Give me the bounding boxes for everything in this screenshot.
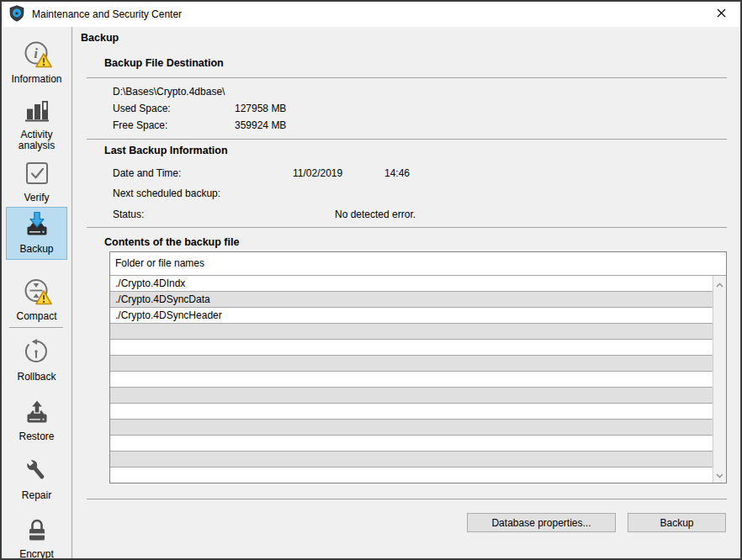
sidebar-item-label: Backup xyxy=(7,242,66,255)
page-title: Backup xyxy=(81,32,119,44)
sidebar-item-label: Encrypt xyxy=(7,547,66,560)
destination-heading: Backup File Destination xyxy=(104,57,224,69)
sidebar-item-encrypt[interactable]: Encrypt xyxy=(6,512,67,560)
divider xyxy=(87,139,727,140)
destination-path: D:\Bases\Crypto.4dbase\ xyxy=(113,86,225,98)
compact-warning-icon xyxy=(7,277,66,309)
contents-heading: Contents of the backup file xyxy=(104,236,239,248)
wrench-icon xyxy=(7,457,66,489)
info-warning-icon: i xyxy=(7,40,66,72)
restore-drive-icon xyxy=(7,398,66,430)
empty-row[interactable] xyxy=(110,420,713,436)
sidebar-item-compact[interactable]: Compact xyxy=(6,274,67,327)
chevron-up-icon xyxy=(716,278,723,290)
sidebar-item-restore[interactable]: Restore xyxy=(6,394,67,447)
empty-row[interactable] xyxy=(110,356,713,372)
vertical-scrollbar[interactable] xyxy=(713,276,726,483)
sidebar-item-label: Verify xyxy=(7,191,66,203)
maintenance-security-center-window: ★ Maintenance and Security Center iInfor… xyxy=(0,0,742,560)
sidebar-item-label: Restore xyxy=(7,430,66,442)
free-space-label: Free Space: xyxy=(113,119,167,131)
padlock-icon xyxy=(7,515,66,547)
date-value: 11/02/2019 xyxy=(293,167,342,179)
window-title: Maintenance and Security Center xyxy=(32,8,182,20)
datetime-label: Date and Time: xyxy=(113,167,181,179)
rollback-clock-icon xyxy=(7,338,66,370)
empty-row[interactable] xyxy=(110,324,713,340)
backup-contents-list: Folder or file names ./Crypto.4DIndx./Cr… xyxy=(109,251,727,483)
backup-panel: Backup Backup File Destination D:\Bases\… xyxy=(72,27,740,558)
backup-drive-icon xyxy=(7,210,66,242)
sidebar-item-label: Rollback xyxy=(7,370,66,383)
svg-text:★: ★ xyxy=(14,9,19,15)
divider xyxy=(87,77,727,78)
backup-file-row[interactable]: ./Crypto.4DSyncData xyxy=(110,292,713,308)
status-value: No detected error. xyxy=(335,209,416,220)
sidebar-item-information[interactable]: iInformation xyxy=(6,37,67,90)
empty-row[interactable] xyxy=(110,452,713,468)
sidebar-item-rollback[interactable]: Rollback xyxy=(6,335,67,388)
free-space-value: 359924 MB xyxy=(235,119,286,131)
empty-row[interactable] xyxy=(110,404,713,420)
close-icon xyxy=(717,8,726,20)
empty-row[interactable] xyxy=(110,436,713,452)
status-label: Status: xyxy=(113,209,144,220)
sidebar-item-verify[interactable]: Verify xyxy=(6,156,67,209)
next-backup-label: Next scheduled backup: xyxy=(113,188,220,199)
svg-text:i: i xyxy=(34,45,38,61)
sidebar-item-activity-analysis[interactable]: Activity analysis xyxy=(6,92,67,156)
time-value: 14:46 xyxy=(384,167,410,179)
sidebar-separator xyxy=(9,327,63,328)
sidebar-item-repair[interactable]: Repair xyxy=(6,453,67,506)
divider xyxy=(87,499,727,499)
empty-row[interactable] xyxy=(110,468,713,483)
window-body: iInformationActivity analysisVerifyBacku… xyxy=(2,27,740,558)
sidebar-item-label: Information xyxy=(7,72,66,85)
empty-row[interactable] xyxy=(110,340,713,356)
sidebar: iInformationActivity analysisVerifyBacku… xyxy=(2,27,72,558)
backup-button[interactable]: Backup xyxy=(628,513,726,532)
chevron-down-icon xyxy=(716,469,723,481)
sidebar-item-label: Repair xyxy=(7,489,66,501)
sidebar-item-label: Activity analysis xyxy=(7,128,66,151)
column-header-folder-names[interactable]: Folder or file names xyxy=(110,252,726,276)
scroll-up-button[interactable] xyxy=(713,277,726,290)
backup-file-row[interactable]: ./Crypto.4DIndx xyxy=(110,276,713,292)
backup-file-row[interactable]: ./Crypto.4DSyncHeader xyxy=(110,308,713,324)
empty-row[interactable] xyxy=(110,372,713,388)
sidebar-item-backup[interactable]: Backup xyxy=(6,207,67,260)
backup-contents-list-body: ./Crypto.4DIndx./Crypto.4DSyncData./Cryp… xyxy=(110,276,713,483)
used-space-value: 127958 MB xyxy=(235,103,286,114)
divider xyxy=(87,227,727,228)
used-space-label: Used Space: xyxy=(113,103,171,114)
last-backup-heading: Last Backup Information xyxy=(104,145,228,156)
scroll-down-button[interactable] xyxy=(713,468,726,481)
titlebar: ★ Maintenance and Security Center xyxy=(2,2,740,27)
database-properties-button[interactable]: Database properties... xyxy=(467,513,616,532)
checkmark-icon xyxy=(7,159,66,191)
close-button[interactable] xyxy=(702,2,740,27)
bar-chart-icon xyxy=(7,96,66,128)
empty-row[interactable] xyxy=(110,388,713,404)
sidebar-item-label: Compact xyxy=(7,309,66,322)
shield-icon: ★ xyxy=(9,5,24,24)
